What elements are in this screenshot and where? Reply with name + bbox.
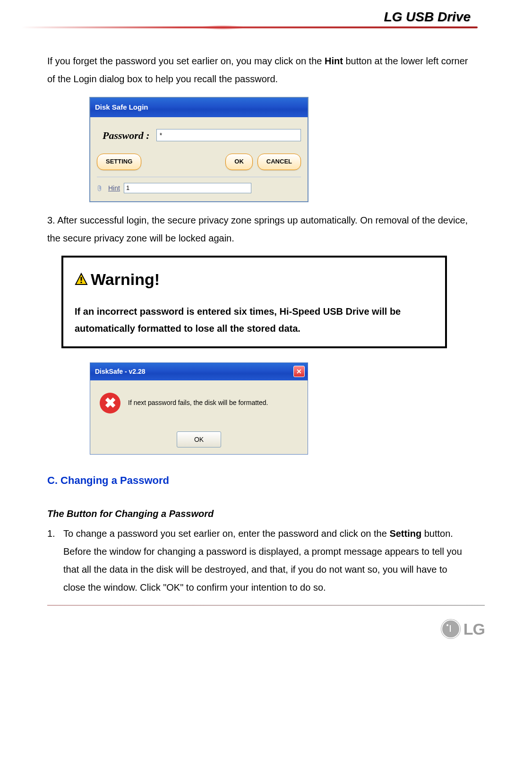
disksafe-title: DiskSafe - v2.28 xyxy=(95,365,146,378)
hint-input[interactable]: 1 xyxy=(124,183,251,193)
ok-button[interactable]: OK xyxy=(225,154,253,170)
intro-paragraph: If you forget the password you set earli… xyxy=(47,52,471,88)
section-c-heading: C. Changing a Password xyxy=(47,471,471,490)
login-title: Disk Safe Login xyxy=(95,103,148,111)
password-row: Password : * xyxy=(97,126,301,146)
disksafe-ok-button[interactable]: OK xyxy=(177,431,221,448)
disksafe-message: If next password fails, the disk will be… xyxy=(128,398,268,408)
disksafe-footer: OK xyxy=(90,426,308,455)
hint-link[interactable]: Hint xyxy=(108,182,120,195)
close-icon: ✕ xyxy=(296,365,302,378)
svg-rect-2 xyxy=(81,282,82,283)
footer-divider xyxy=(47,605,485,606)
warning-title: Warning! xyxy=(91,264,160,295)
paperclip-icon xyxy=(97,184,104,192)
step3-paragraph: 3. After successful login, the secure pr… xyxy=(47,211,471,247)
hint-word: Hint xyxy=(325,56,343,66)
warning-head: Warning! xyxy=(75,264,434,295)
intro-text-a: If you forget the password you set earli… xyxy=(47,56,325,66)
content-area: If you forget the password you set earli… xyxy=(0,28,532,596)
lg-logo: LG xyxy=(441,619,485,639)
disksafe-dialog: DiskSafe - v2.28 ✕ ✖ If next password fa… xyxy=(90,362,308,455)
button-row: SETTING OK CANCEL xyxy=(97,154,301,170)
warning-box: Warning! If an incorrect password is ent… xyxy=(61,256,447,349)
cancel-button[interactable]: CANCEL xyxy=(257,154,301,170)
lg-logo-text: LG xyxy=(463,620,485,638)
list-item-1: 1. To change a password you set earlier … xyxy=(47,525,471,596)
login-body: Password : * SETTING OK CANCEL Hint 1 xyxy=(90,117,308,201)
error-icon: ✖ xyxy=(100,393,120,413)
header-divider xyxy=(21,26,478,28)
header-title: LG USB Drive xyxy=(384,9,471,24)
disksafe-body: ✖ If next password fails, the disk will … xyxy=(90,380,308,426)
close-button[interactable]: ✕ xyxy=(293,366,305,377)
disksafe-titlebar: DiskSafe - v2.28 ✕ xyxy=(90,363,308,380)
page: LG USB Drive If you forget the password … xyxy=(0,0,532,653)
login-dialog: Disk Safe Login Password : * SETTING OK … xyxy=(90,97,308,202)
item1-text-a: To change a password you set earlier on,… xyxy=(63,528,389,539)
password-input[interactable]: * xyxy=(156,129,301,141)
login-titlebar: Disk Safe Login xyxy=(90,98,308,117)
section-c-subheading: The Button for Changing a Password xyxy=(47,505,471,523)
lg-logo-icon xyxy=(441,619,461,639)
list-text: To change a password you set earlier on,… xyxy=(63,525,471,596)
warning-text: If an incorrect password is entered six … xyxy=(75,303,434,337)
page-header: LG USB Drive xyxy=(0,0,532,25)
list-number: 1. xyxy=(47,525,60,596)
setting-button[interactable]: SETTING xyxy=(97,154,141,170)
svg-rect-1 xyxy=(81,277,82,281)
warning-icon xyxy=(75,273,88,286)
password-label: Password : xyxy=(97,126,150,146)
item1-bold: Setting xyxy=(389,528,421,539)
hint-row: Hint 1 xyxy=(97,177,301,195)
